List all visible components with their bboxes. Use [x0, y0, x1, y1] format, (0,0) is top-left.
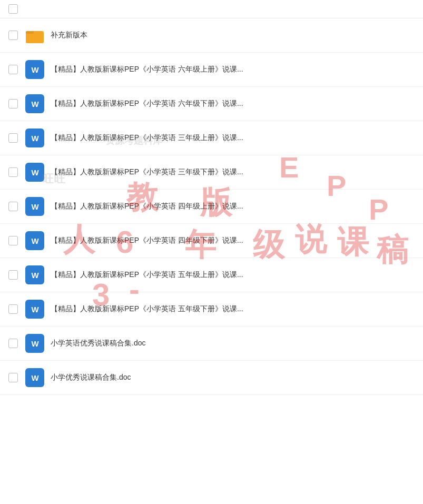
item-checkbox[interactable] [8, 167, 18, 177]
file-name-label: 【精品】人教版新课标PEP《小学英语 三年级下册》说课... [51, 167, 415, 177]
list-item[interactable]: W【精品】人教版新课标PEP《小学英语 五年级上册》说课... [0, 258, 423, 292]
list-item[interactable]: 补充新版本 [0, 18, 423, 53]
list-item[interactable]: W【精品】人教版新课标PEP《小学英语 三年级下册》说课... [0, 155, 423, 190]
item-checkbox[interactable] [8, 202, 18, 211]
word-doc-icon: W [25, 60, 44, 79]
item-checkbox[interactable] [8, 133, 18, 143]
word-doc-icon: W [25, 300, 44, 319]
list-item[interactable]: W【精品】人教版新课标PEP《小学英语 三年级上册》说课... [0, 121, 423, 155]
file-name-label: 小学优秀说课稿合集.doc [51, 372, 415, 383]
file-list: 补充新版本W【精品】人教版新课标PEP《小学英语 六年级上册》说课...W【精品… [0, 18, 423, 395]
svg-rect-1 [26, 31, 34, 34]
item-checkbox[interactable] [8, 304, 18, 314]
list-item[interactable]: W【精品】人教版新课标PEP《小学英语 四年级下册》说课... [0, 224, 423, 258]
word-doc-icon: W [25, 231, 44, 250]
word-doc-icon: W [25, 265, 44, 284]
list-item[interactable]: W小学优秀说课稿合集.doc [0, 361, 423, 395]
item-checkbox[interactable] [8, 373, 18, 382]
item-checkbox[interactable] [8, 31, 18, 40]
list-header [0, 0, 423, 18]
file-name-label: 【精品】人教版新课标PEP《小学英语 四年级下册》说课... [51, 235, 415, 246]
word-doc-icon: W [25, 368, 44, 387]
file-items: 补充新版本W【精品】人教版新课标PEP《小学英语 六年级上册》说课...W【精品… [0, 18, 423, 395]
word-doc-icon: W [25, 334, 44, 353]
file-name-label: 【精品】人教版新课标PEP《小学英语 四年级上册》说课... [51, 201, 415, 212]
item-checkbox[interactable] [8, 270, 18, 280]
item-checkbox[interactable] [8, 339, 18, 348]
item-checkbox[interactable] [8, 99, 18, 108]
file-name-label: 【精品】人教版新课标PEP《小学英语 三年级上册》说课... [51, 133, 415, 143]
item-checkbox[interactable] [8, 65, 18, 74]
file-name-label: 【精品】人教版新课标PEP《小学英语 五年级上册》说课... [51, 270, 415, 280]
select-all-checkbox[interactable] [8, 4, 18, 14]
list-item[interactable]: W【精品】人教版新课标PEP《小学英语 五年级下册》说课... [0, 292, 423, 327]
file-name-label: 【精品】人教版新课标PEP《小学英语 五年级下册》说课... [51, 304, 415, 314]
item-checkbox[interactable] [8, 236, 18, 245]
file-name-label: 【精品】人教版新课标PEP《小学英语 六年级上册》说课... [51, 64, 415, 75]
file-list-container: 补充新版本W【精品】人教版新课标PEP《小学英语 六年级上册》说课...W【精品… [0, 0, 423, 395]
list-item[interactable]: W【精品】人教版新课标PEP《小学英语 六年级下册》说课... [0, 87, 423, 121]
file-name-label: 小学英语优秀说课稿合集.doc [51, 338, 415, 349]
word-doc-icon: W [25, 94, 44, 113]
file-name-label: 【精品】人教版新课标PEP《小学英语 六年级下册》说课... [51, 98, 415, 109]
folder-icon [25, 26, 44, 45]
file-name-label: 补充新版本 [51, 30, 415, 41]
list-item[interactable]: W【精品】人教版新课标PEP《小学英语 四年级上册》说课... [0, 190, 423, 224]
word-doc-icon: W [25, 163, 44, 182]
list-item[interactable]: W小学英语优秀说课稿合集.doc [0, 327, 423, 361]
list-item[interactable]: W【精品】人教版新课标PEP《小学英语 六年级上册》说课... [0, 53, 423, 87]
word-doc-icon: W [25, 197, 44, 216]
word-doc-icon: W [25, 129, 44, 147]
